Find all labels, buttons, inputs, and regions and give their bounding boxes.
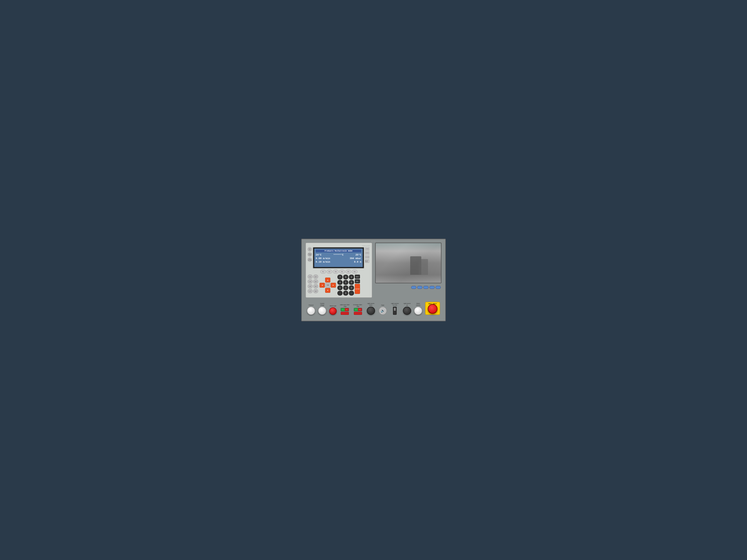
select-camera-button[interactable]: [414, 307, 422, 315]
panel-brand-label: H+S: [371, 240, 376, 242]
uv-lamps-group: UV-lamps Start - Stop I O: [353, 304, 363, 315]
not-halt-assembly: NOT - HALT: [425, 302, 440, 315]
speaker-icon: 🔊: [381, 309, 385, 313]
monitor-buttons: [375, 285, 441, 290]
l4-button[interactable]: L4: [313, 279, 318, 284]
enter-button[interactable]: ENTER: [355, 284, 360, 294]
fkey-row: F1 F2 F3 F4 F5 F6: [308, 270, 370, 273]
not-halt-base: NOT - HALT: [425, 302, 440, 315]
monitor-b1-button[interactable]: [417, 286, 422, 289]
monitor-menu-button[interactable]: [436, 286, 441, 289]
del-button[interactable]: DEL: [355, 279, 360, 283]
camera-overlay: [376, 243, 441, 283]
cable-drum-stop: O: [345, 308, 349, 311]
light-source-up-group: Light source up: [403, 303, 411, 315]
monitor-b3-button[interactable]: [430, 286, 435, 289]
uv-lamps-stop: O: [358, 308, 362, 311]
keypad-area: L1 L2 L3 L4 L5 L6 L7 L8: [308, 275, 370, 296]
uv-lamps-label: UV-lamps Start - Stop: [353, 304, 363, 307]
esc-button[interactable]: ESC: [355, 275, 360, 279]
num-8-button[interactable]: 8: [343, 275, 348, 279]
l5-button[interactable]: L5: [308, 284, 313, 288]
l6-button[interactable]: L6: [313, 284, 318, 288]
cable-drum-switch-top[interactable]: I O: [341, 308, 349, 311]
uv-lamps-start: I: [354, 308, 358, 311]
uv-lamps-switch-top[interactable]: I O: [354, 308, 362, 311]
tab-button[interactable]: TAB: [325, 283, 330, 288]
num-2-button[interactable]: 2: [343, 285, 348, 290]
numpad: 7 8 9 4 5 6 1 2 3 . 0 -: [337, 275, 354, 296]
unit-on-button[interactable]: Unit On: [308, 247, 312, 251]
arrow-cluster: ▲ ◄ TAB ► ▼: [319, 277, 336, 293]
screen-row-2: 0.00 m/min 394 mbar: [316, 257, 361, 260]
controller-brand: FEMS P450: [308, 245, 370, 246]
control-voltage-label: Control voltage: [318, 303, 326, 306]
screen-title: ProKaero Mechatronik GmbH: [316, 250, 361, 252]
f3-button[interactable]: F3: [333, 270, 338, 273]
num-5-button[interactable]: 5: [343, 280, 348, 285]
select-camera-label: Select camera: [414, 303, 422, 306]
protocol-group: Protocol: [307, 304, 315, 315]
hupe-group: Hupe 🔊: [379, 304, 387, 315]
num-6-button[interactable]: 6: [349, 280, 354, 285]
l8-button[interactable]: L8: [313, 289, 318, 293]
hupe-button[interactable]: 🔊: [379, 307, 387, 315]
panel-main-area: FEMS P450 Unit On OProt USB Prot On/Off …: [306, 243, 441, 298]
temp-1: 24°C: [316, 254, 321, 256]
400w-button[interactable]: 400W: [365, 247, 369, 250]
reset-meter-button[interactable]: Reset Meter: [365, 260, 369, 263]
f4-button[interactable]: F4: [339, 270, 345, 273]
monitor-g-button[interactable]: [411, 286, 416, 289]
main-panel: H+S FEMS P450 Unit On OProt USB Prot On/…: [301, 239, 446, 321]
light-sources-label: Light sources 1/1+2/2: [390, 303, 400, 306]
prot-on-off-button[interactable]: Prot On/Off: [308, 258, 312, 262]
num-dot-button[interactable]: .: [337, 291, 342, 296]
cable-drum-label: cable drum Start - Stop: [340, 304, 350, 307]
light-source-down-label: Light source down: [366, 303, 376, 306]
monitor-b2-button[interactable]: [423, 286, 429, 289]
left-arrow-button[interactable]: ◄: [319, 283, 325, 288]
light-source-up-button[interactable]: [403, 307, 411, 315]
1000w-button[interactable]: 1000W: [365, 256, 369, 259]
num-4-button[interactable]: 4: [337, 280, 342, 285]
l2-button[interactable]: L2: [313, 275, 318, 279]
l-buttons: L1 L2 L3 L4 L5 L6 L7 L8: [308, 275, 318, 296]
num-minus-button[interactable]: -: [349, 291, 354, 296]
600w-button[interactable]: 600W: [365, 251, 369, 255]
emergency-stop-button[interactable]: [428, 304, 437, 314]
l1-button[interactable]: L1: [308, 275, 313, 279]
l7-button[interactable]: L7: [308, 289, 313, 293]
down-arrow-button[interactable]: ▼: [325, 288, 330, 293]
side-buttons: Unit On OProt USB Prot On/Off: [308, 247, 312, 262]
num-3-button[interactable]: 3: [349, 285, 354, 290]
display-screen-area: ProKaero Mechatronik GmbH 24°C *****°C 2…: [313, 247, 364, 268]
light-source-down-button[interactable]: [367, 307, 375, 315]
f6-button[interactable]: F6: [352, 270, 357, 273]
alarms-quit-button[interactable]: [329, 308, 337, 315]
monitor: [375, 243, 441, 283]
uv-lamps-toggle[interactable]: I O: [354, 308, 362, 315]
f2-button[interactable]: F2: [327, 270, 332, 273]
screen-row-3: 0.10 m/min 0.0 m: [316, 260, 361, 264]
up-arrow-button[interactable]: ▲: [325, 277, 330, 283]
temp-3: 25°C: [356, 254, 361, 256]
control-voltage-button[interactable]: [318, 307, 326, 315]
num-7-button[interactable]: 7: [337, 275, 342, 279]
uv-lamps-indicator: [354, 312, 362, 315]
num-1-button[interactable]: 1: [337, 285, 342, 290]
protocol-button[interactable]: [307, 307, 315, 315]
l3-button[interactable]: L3: [308, 279, 313, 284]
light-source-up-label: Light source up: [403, 303, 411, 306]
cable-drum-toggle[interactable]: I O: [341, 308, 349, 315]
cable-drum-group: cable drum Start - Stop I O: [340, 304, 350, 315]
num-0-button[interactable]: 0: [343, 291, 348, 296]
f1-button[interactable]: F1: [320, 270, 326, 273]
num-9-button[interactable]: 9: [349, 275, 354, 279]
speed-2: 0.10 m/min: [316, 261, 330, 263]
light-sources-switch[interactable]: [393, 307, 397, 315]
oprot-usb-button[interactable]: OProt USB: [308, 252, 312, 257]
right-arrow-button[interactable]: ►: [331, 283, 336, 288]
select-camera-group: Select camera: [414, 303, 422, 315]
f5-button[interactable]: F5: [345, 270, 351, 273]
controller-unit: FEMS P450 Unit On OProt USB Prot On/Off …: [306, 243, 372, 298]
